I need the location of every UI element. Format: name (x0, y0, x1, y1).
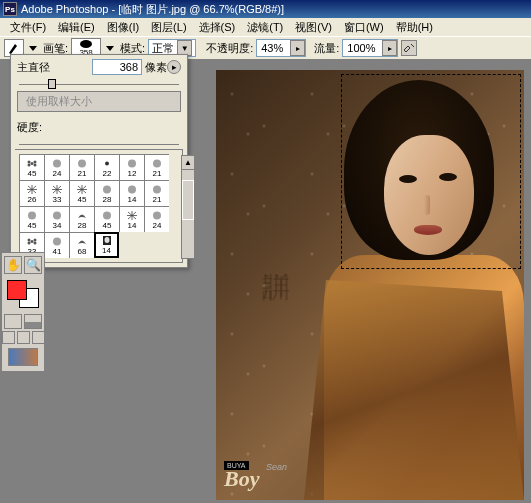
menu-file[interactable]: 文件(F) (4, 19, 52, 36)
brush-panel: 主直径 368 像素 ▸ 使用取样大小 硬度: 4524212212212633… (10, 54, 188, 268)
svg-point-23 (128, 185, 136, 193)
brush-dropdown-icon[interactable] (106, 46, 114, 51)
scroll-up-icon[interactable]: ▲ (182, 156, 194, 170)
svg-point-27 (103, 211, 111, 219)
svg-point-37 (34, 241, 37, 244)
brush-preset-28[interactable]: 28 (94, 180, 119, 206)
menu-bar: 文件(F) 编辑(E) 图像(I) 图层(L) 选择(S) 滤镜(T) 视图(V… (0, 18, 531, 36)
svg-point-7 (105, 161, 109, 165)
tool-palette-bottom: ✋ 🔍 (1, 252, 45, 372)
svg-point-33 (31, 240, 34, 243)
hardness-slider[interactable] (19, 141, 179, 147)
panel-menu-icon[interactable]: ▸ (167, 60, 181, 74)
brush-preset-26[interactable]: 26 (19, 180, 44, 206)
svg-point-40 (104, 237, 109, 243)
brush-preset-14[interactable]: 14 (119, 206, 144, 232)
flow-label: 流量: (314, 41, 339, 56)
svg-point-34 (28, 238, 31, 241)
svg-point-32 (153, 211, 161, 219)
foreground-color[interactable] (7, 280, 27, 300)
brush-preset-14[interactable]: 14 (94, 232, 119, 258)
brush-preset-45[interactable]: 45 (19, 206, 44, 232)
svg-point-1 (28, 160, 31, 163)
window-title: Adobe Photoshop - [临时 图片.jpg @ 66.7%(RGB… (21, 2, 284, 17)
airbrush-toggle[interactable] (401, 40, 417, 56)
brush-preset-24[interactable]: 24 (44, 154, 69, 180)
screen-mode-full[interactable] (32, 331, 45, 344)
svg-point-4 (34, 163, 37, 166)
scroll-thumb[interactable] (182, 180, 194, 220)
svg-point-5 (53, 159, 61, 167)
brush-preset-21[interactable]: 21 (69, 154, 94, 180)
svg-point-22 (103, 185, 111, 193)
svg-point-25 (28, 211, 36, 219)
svg-point-9 (153, 159, 161, 167)
menu-edit[interactable]: 编辑(E) (52, 19, 101, 36)
screen-mode-full-menu[interactable] (17, 331, 30, 344)
menu-layer[interactable]: 图层(L) (145, 19, 192, 36)
opacity-label: 不透明度: (206, 41, 253, 56)
jump-to-imageready[interactable] (8, 348, 38, 366)
brush-preset-41[interactable]: 41 (44, 232, 69, 258)
menu-filter[interactable]: 滤镜(T) (241, 19, 289, 36)
diameter-label: 主直径 (17, 60, 92, 75)
svg-point-8 (128, 159, 136, 167)
watermark-main: Boy (224, 466, 259, 492)
flow-input[interactable]: 100% ▸ (342, 39, 398, 57)
brush-preset-45[interactable]: 45 (94, 206, 119, 232)
brush-preset-24[interactable]: 24 (144, 206, 169, 232)
flow-dropdown-icon: ▸ (382, 40, 397, 56)
svg-point-0 (31, 162, 34, 165)
document-window[interactable]: 牂訓 BUYA Sean Boy (216, 70, 524, 500)
portrait-image (304, 80, 524, 500)
diameter-unit: 像素 (145, 60, 167, 75)
brush-preset-45[interactable]: 45 (19, 154, 44, 180)
brush-preset-34[interactable]: 34 (44, 206, 69, 232)
brush-preset-12[interactable]: 12 (119, 154, 144, 180)
hardness-label: 硬度: (17, 120, 181, 135)
quickmask-mode-button[interactable] (24, 314, 42, 329)
opacity-dropdown-icon: ▸ (290, 40, 305, 56)
diameter-input[interactable]: 368 (92, 59, 142, 75)
color-swatches[interactable] (7, 280, 39, 308)
app-icon: Ps (3, 2, 17, 16)
brush-preset-28[interactable]: 28 (69, 206, 94, 232)
menu-window[interactable]: 窗口(W) (338, 19, 390, 36)
menu-image[interactable]: 图像(I) (101, 19, 145, 36)
tool-preset-dropdown-icon[interactable] (29, 46, 37, 51)
zoom-tool[interactable]: 🔍 (24, 256, 42, 274)
svg-point-26 (53, 211, 61, 219)
menu-view[interactable]: 视图(V) (289, 19, 338, 36)
diameter-slider[interactable] (19, 81, 179, 87)
brush-preset-22[interactable]: 22 (94, 154, 119, 180)
svg-point-35 (34, 238, 37, 241)
svg-point-24 (153, 185, 161, 193)
menu-select[interactable]: 选择(S) (193, 19, 242, 36)
standard-mode-button[interactable] (4, 314, 22, 329)
brush-presets-grid: 4524212212212633452814214534284514243341… (15, 149, 183, 263)
hand-tool[interactable]: ✋ (4, 256, 22, 274)
brush-preset-21[interactable]: 21 (144, 180, 169, 206)
opacity-input[interactable]: 43% ▸ (256, 39, 306, 57)
brush-preset-45[interactable]: 45 (69, 180, 94, 206)
use-sample-size-button: 使用取样大小 (17, 91, 181, 112)
brush-grid-scrollbar[interactable]: ▲ (181, 155, 195, 259)
svg-point-2 (34, 160, 37, 163)
brush-preset-68[interactable]: 68 (69, 232, 94, 258)
watermark-small: Sean (266, 462, 287, 472)
screen-mode-standard[interactable] (2, 331, 15, 344)
brush-preset-21[interactable]: 21 (144, 154, 169, 180)
brush-preset-33[interactable]: 33 (44, 180, 69, 206)
menu-help[interactable]: 帮助(H) (390, 19, 439, 36)
svg-point-38 (53, 237, 61, 245)
svg-point-6 (78, 159, 86, 167)
svg-point-36 (28, 241, 31, 244)
brush-preset-14[interactable]: 14 (119, 180, 144, 206)
svg-point-3 (28, 163, 31, 166)
